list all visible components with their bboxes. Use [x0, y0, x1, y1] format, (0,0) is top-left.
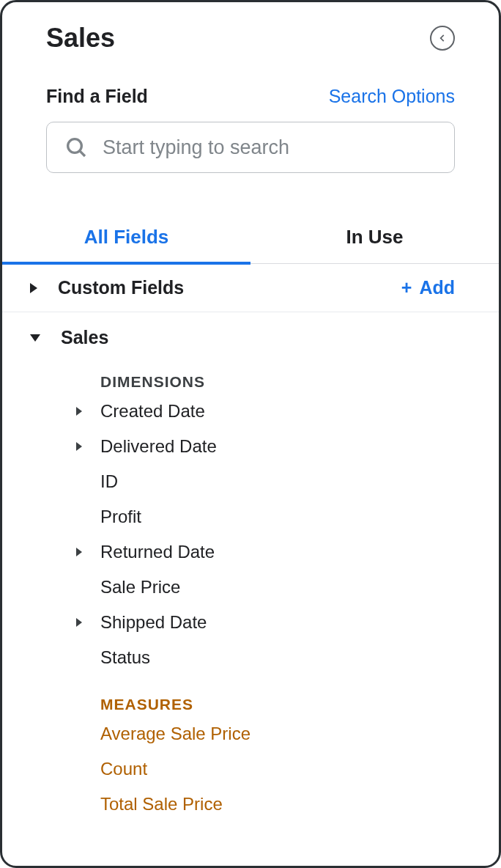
- chevron-left-icon: [437, 33, 448, 43]
- field-picker-panel: Sales Find a Field Search Options All Fi…: [0, 0, 501, 868]
- field-label: Average Sale Price: [100, 724, 250, 744]
- field-average-sale-price[interactable]: Average Sale Price: [2, 716, 499, 751]
- svg-line-1: [80, 151, 85, 156]
- search-icon: [64, 136, 88, 159]
- field-created-date[interactable]: Created Date: [2, 394, 499, 429]
- field-label: Delivered Date: [100, 436, 217, 457]
- field-returned-date[interactable]: Returned Date: [2, 534, 499, 570]
- header-row: Sales: [2, 23, 499, 54]
- field-label: Created Date: [100, 401, 205, 422]
- field-label: Shipped Date: [100, 612, 207, 633]
- find-field-label: Find a Field: [46, 86, 148, 107]
- field-shipped-date[interactable]: Shipped Date: [2, 605, 499, 640]
- page-title: Sales: [46, 23, 115, 54]
- field-delivered-date[interactable]: Delivered Date: [2, 429, 499, 464]
- caret-down-icon[interactable]: [30, 334, 40, 342]
- tabs: All Fields In Use: [2, 214, 499, 264]
- field-label: Count: [100, 759, 147, 779]
- search-input[interactable]: [103, 136, 437, 159]
- group-sales-title: Sales: [61, 327, 108, 348]
- caret-right-icon[interactable]: [30, 283, 37, 293]
- group-sales-row[interactable]: Sales: [2, 312, 499, 353]
- custom-fields-title: Custom Fields: [58, 277, 184, 298]
- field-label: Total Sale Price: [100, 794, 223, 814]
- plus-icon: +: [401, 277, 412, 298]
- caret-right-icon[interactable]: [76, 407, 82, 416]
- search-box[interactable]: [46, 122, 455, 173]
- field-total-sale-price[interactable]: Total Sale Price: [2, 787, 499, 822]
- measures-heading: MEASURES: [2, 675, 499, 716]
- field-label: Returned Date: [100, 542, 215, 562]
- field-profit[interactable]: Profit: [2, 499, 499, 534]
- search-options-link[interactable]: Search Options: [329, 86, 455, 107]
- tab-all-fields[interactable]: All Fields: [2, 214, 250, 265]
- collapse-panel-button[interactable]: [430, 26, 455, 51]
- custom-fields-left: Custom Fields: [30, 277, 184, 298]
- find-field-row: Find a Field Search Options: [2, 54, 499, 107]
- caret-right-icon[interactable]: [76, 548, 82, 556]
- field-status[interactable]: Status: [2, 640, 499, 675]
- caret-right-icon[interactable]: [76, 442, 82, 451]
- add-label: Add: [419, 277, 455, 298]
- field-id[interactable]: ID: [2, 464, 499, 499]
- svg-point-0: [68, 139, 82, 153]
- caret-right-icon[interactable]: [76, 618, 82, 627]
- field-label: Sale Price: [100, 577, 180, 597]
- field-label: Status: [100, 647, 150, 668]
- add-custom-field-button[interactable]: + Add: [401, 277, 455, 298]
- field-label: ID: [100, 471, 118, 492]
- tab-in-use[interactable]: In Use: [250, 214, 499, 263]
- field-count[interactable]: Count: [2, 751, 499, 787]
- field-sale-price[interactable]: Sale Price: [2, 570, 499, 605]
- field-label: Profit: [100, 507, 141, 527]
- custom-fields-section[interactable]: Custom Fields + Add: [2, 264, 499, 312]
- dimensions-heading: DIMENSIONS: [2, 353, 499, 394]
